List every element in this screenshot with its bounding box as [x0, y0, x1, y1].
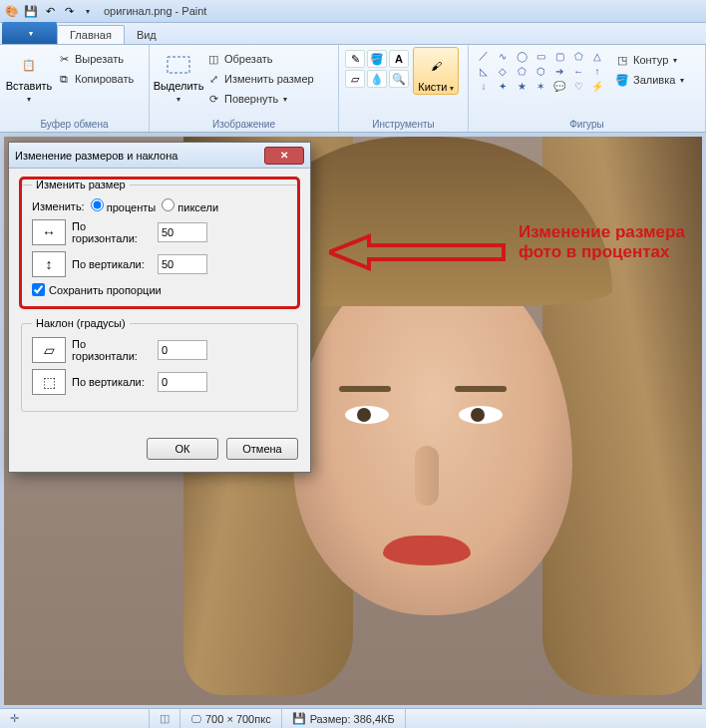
- qat-dropdown-icon[interactable]: ▾: [80, 3, 96, 19]
- tab-view[interactable]: Вид: [125, 26, 169, 44]
- shape-arrow-u-icon[interactable]: ↑: [588, 64, 606, 78]
- skew-vert-label: По вертикали:: [72, 376, 152, 388]
- shape-curve-icon[interactable]: ∿: [494, 49, 512, 63]
- skew-legend: Наклон (градусы): [32, 317, 130, 329]
- shape-arrow-d-icon[interactable]: ↓: [475, 79, 493, 93]
- shape-rect-icon[interactable]: ▭: [531, 49, 549, 63]
- skew-horiz-input[interactable]: [158, 340, 207, 360]
- dialog-titlebar[interactable]: Изменение размеров и наклона ✕: [9, 143, 310, 169]
- resize-button[interactable]: ⤢Изменить размер: [205, 70, 314, 88]
- group-image-label: Изображение: [156, 119, 332, 132]
- dialog-title: Изменение размеров и наклона: [15, 150, 264, 162]
- zoom-tool-icon[interactable]: 🔍: [389, 70, 409, 88]
- select-icon: [164, 51, 193, 79]
- shape-outline-button[interactable]: ◳Контур▾: [614, 51, 684, 69]
- shape-arrow-l-icon[interactable]: ←: [569, 64, 587, 78]
- radio-percent-input[interactable]: [91, 198, 104, 211]
- keep-ratio-input[interactable]: [32, 283, 45, 296]
- status-dimensions: 🖵700 × 700пкс: [180, 709, 282, 728]
- skew-vert-input[interactable]: [158, 372, 207, 392]
- vert-label: По вертикали:: [72, 258, 152, 270]
- brushes-button[interactable]: 🖌 Кисти: [413, 47, 459, 95]
- brushes-label: Кисти: [418, 82, 453, 94]
- rotate-button[interactable]: ⟳Повернуть▾: [205, 90, 314, 108]
- keep-ratio-checkbox[interactable]: Сохранить пропорции: [32, 283, 287, 296]
- group-shapes: ／∿◯▭▢⬠△ ◺◇⬠⬡➔←↑ ↓✦★✶💬♡⚡ ◳Контур▾ 🪣Заливк…: [469, 45, 706, 132]
- file-tab[interactable]: [2, 22, 57, 44]
- crop-button[interactable]: ◫Обрезать: [205, 50, 314, 68]
- ribbon: 📋 Вставить ✂Вырезать ⧉Копировать Буфер о…: [0, 45, 706, 133]
- skew-horiz-label: По горизонтали:: [72, 338, 152, 362]
- svg-marker-1: [329, 236, 504, 268]
- shapes-gallery[interactable]: ／∿◯▭▢⬠△ ◺◇⬠⬡➔←↑ ↓✦★✶💬♡⚡: [475, 47, 606, 93]
- shape-oval-icon[interactable]: ◯: [513, 49, 530, 63]
- shape-triangle-icon[interactable]: △: [588, 49, 606, 63]
- dialog-close-button[interactable]: ✕: [264, 147, 304, 165]
- horiz-input[interactable]: [158, 222, 207, 242]
- resize-icon: ⤢: [205, 71, 221, 87]
- eraser-tool-icon[interactable]: ▱: [345, 70, 365, 88]
- copy-icon: ⧉: [56, 71, 72, 87]
- group-clipboard-label: Буфер обмена: [6, 119, 143, 132]
- group-image: Выделить ◫Обрезать ⤢Изменить размер ⟳Пов…: [150, 45, 339, 132]
- text-tool-icon[interactable]: A: [389, 50, 409, 68]
- vert-input[interactable]: [158, 254, 207, 274]
- pencil-tool-icon[interactable]: ✎: [345, 50, 365, 68]
- paste-label: Вставить: [6, 81, 53, 105]
- skew-vert-icon: ⬚: [32, 369, 66, 395]
- title-bar: 🎨 💾 ↶ ↷ ▾ оригинал.png - Paint: [0, 0, 706, 23]
- group-clipboard: 📋 Вставить ✂Вырезать ⧉Копировать Буфер о…: [0, 45, 150, 132]
- shape-roundrect-icon[interactable]: ▢: [550, 49, 568, 63]
- ok-button[interactable]: ОК: [147, 438, 218, 460]
- status-filesize: 💾Размер: 386,4КБ: [282, 709, 406, 728]
- crop-icon: ◫: [205, 51, 221, 67]
- group-tools-label: Инструменты: [345, 119, 462, 132]
- resize-legend: Изменить размер: [32, 179, 130, 190]
- skew-fieldset: Наклон (градусы) ▱ По горизонтали: ⬚ По …: [21, 317, 298, 412]
- shape-line-icon[interactable]: ／: [475, 49, 493, 63]
- vert-resize-icon: ↕: [32, 251, 66, 277]
- cursor-icon: ✛: [10, 712, 19, 725]
- copy-button[interactable]: ⧉Копировать: [56, 70, 134, 88]
- paste-button[interactable]: 📋 Вставить: [6, 47, 52, 105]
- radio-pixels[interactable]: пиксели: [162, 198, 218, 213]
- shape-diamond-icon[interactable]: ◇: [494, 64, 512, 78]
- shape-callout-icon[interactable]: 💬: [550, 79, 568, 93]
- shape-star4-icon[interactable]: ✦: [494, 79, 512, 93]
- shape-fill-button[interactable]: 🪣Заливка▾: [614, 71, 684, 89]
- cut-icon: ✂: [56, 51, 72, 67]
- picker-tool-icon[interactable]: 💧: [367, 70, 387, 88]
- radio-pixels-input[interactable]: [162, 198, 175, 211]
- dims-icon: 🖵: [190, 713, 201, 725]
- outline-icon: ◳: [614, 52, 630, 68]
- shape-arrow-r-icon[interactable]: ➔: [550, 64, 568, 78]
- shape-lightning-icon[interactable]: ⚡: [588, 79, 606, 93]
- shape-star5-icon[interactable]: ★: [513, 79, 530, 93]
- status-bar: ✛ ◫ 🖵700 × 700пкс 💾Размер: 386,4КБ: [0, 708, 706, 728]
- horiz-resize-icon: ↔: [32, 219, 66, 245]
- save-icon[interactable]: 💾: [23, 3, 39, 19]
- svg-rect-0: [168, 57, 189, 73]
- resize-skew-dialog: Изменение размеров и наклона ✕ Изменить …: [8, 142, 311, 473]
- shape-hexagon-icon[interactable]: ⬡: [531, 64, 549, 78]
- group-shapes-label: Фигуры: [475, 119, 699, 132]
- disk-icon: 💾: [292, 712, 306, 725]
- radio-percent[interactable]: проценты: [91, 198, 157, 213]
- cut-button[interactable]: ✂Вырезать: [56, 50, 134, 68]
- undo-icon[interactable]: ↶: [42, 3, 58, 19]
- paste-icon: 📋: [14, 51, 44, 79]
- cancel-button[interactable]: Отмена: [226, 438, 298, 460]
- group-tools: ✎ 🪣 A ▱ 💧 🔍 🖌 Кисти Инструменты: [339, 45, 469, 132]
- annotation-text: Изменение размера фото в процентах: [519, 222, 688, 262]
- shape-star6-icon[interactable]: ✶: [531, 79, 549, 93]
- redo-icon[interactable]: ↷: [61, 3, 77, 19]
- shape-heart-icon[interactable]: ♡: [569, 79, 587, 93]
- shape-rtriangle-icon[interactable]: ◺: [475, 64, 493, 78]
- shape-pentagon-icon[interactable]: ⬠: [513, 64, 530, 78]
- fill-tool-icon[interactable]: 🪣: [367, 50, 387, 68]
- resize-fieldset: Изменить размер Изменить: проценты пиксе…: [21, 179, 298, 307]
- shape-polygon-icon[interactable]: ⬠: [569, 49, 587, 63]
- select-button[interactable]: Выделить: [156, 47, 201, 105]
- tool-palette: ✎ 🪣 A ▱ 💧 🔍: [345, 47, 409, 88]
- tab-main[interactable]: Главная: [57, 25, 125, 44]
